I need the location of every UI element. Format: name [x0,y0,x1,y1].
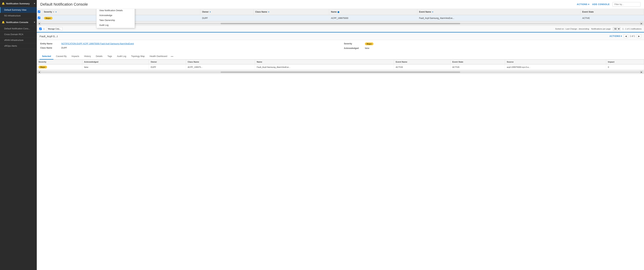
scroll-thumb[interactable] [220,23,460,24]
page-indicator: 1 of 1 [630,35,635,37]
sidebar-nc-label: Notification Console [6,21,28,24]
detail-fields: Entity Name NOTIFICATION-DUPF ACPF 19997… [37,40,644,54]
detail-right-fields: Severity Major Acknowledged false [340,40,644,54]
filter-icon-severity[interactable]: ▼ [55,11,57,13]
sub-cell-eventname: ACTIVE [394,64,450,70]
sidebar-item-cross-domain[interactable]: Cross Domain RCA [0,32,37,37]
sub-scroll-thumb[interactable] [220,71,460,73]
row-checkbox-cell[interactable] [37,15,42,21]
sidebar-section-notification-summary[interactable]: 🔔 Notification Summary ▾ [0,0,37,7]
sub-table-row[interactable]: Major false DUPF ACPF_199975... Fault_Ac… [37,64,644,70]
tab-topology-map[interactable]: Topology Map [129,54,147,60]
sub-cell-acknowledged: false [82,64,149,70]
severity-label: Severity [344,42,365,45]
sub-cell-severity: Major [37,64,82,70]
tab-tags[interactable]: Tags [105,54,114,60]
sidebar-item-default-summary[interactable]: Default Summary View [0,7,37,13]
add-console-button[interactable]: ADD CONSOLE [592,3,610,5]
filter-icon-name[interactable]: ⬤ [338,11,339,13]
actions-button[interactable]: ACTIONS ▾ [577,3,589,5]
tab-audit-log[interactable]: Audit Log [114,54,129,60]
tab-selected[interactable]: Selected [40,54,54,60]
tab-health-dashboard[interactable]: Health Dashboard [147,54,170,60]
cell-eventstate: ACTIVE [580,15,644,21]
sub-th-eventname[interactable]: Event Name [394,60,450,64]
select-all-checkbox[interactable] [38,10,40,13]
detail-actions: ACTIONS ▾ ◀ 1 of 1 ▶ [610,34,641,38]
tab-history[interactable]: History [82,54,93,60]
acknowledged-label: Acknowledged [344,47,365,49]
sub-cell-owner: DUPF [149,64,186,70]
th-eventstate[interactable]: Event State [580,9,644,15]
table-area: Severity ▼ ▼ Acknowledged ▼ [37,9,644,270]
scroll-left-arrow[interactable]: ◀ [38,22,41,25]
entity-name-field: Entity Name NOTIFICATION-DUPF ACPF 19997… [40,42,337,45]
scroll-right-arrow[interactable]: ▶ [640,22,643,25]
footer-checkbox[interactable] [39,28,42,30]
th-classname[interactable]: Class Name ▼ [253,9,329,15]
entity-name-label: Entity Name [40,42,61,45]
sub-th-acknowledged[interactable]: Acknowledged [82,60,149,64]
sub-th-owner[interactable]: Owner [149,60,186,64]
sub-table: Severity Acknowledged Owner Class Name N… [37,60,644,70]
chevron-down-icon-actions: ▾ [588,3,589,5]
sub-cell-eventstate: ACTIVE [450,64,505,70]
menu-item-take-ownership[interactable]: Take Ownership [96,18,135,23]
sub-th-source[interactable]: Source [505,60,606,64]
page-title: Default Notification Console [40,2,577,7]
sub-cell-name: Fault_Acpf-Samsung_AlarmVesEve... [255,64,394,70]
sub-th-classname[interactable]: Class Name [186,60,255,64]
select-all-cell[interactable] [37,9,42,15]
sort-icon: ▼ [53,11,54,13]
sidebar-section-notification-console[interactable]: 🔔 Notification Console ▾ [0,19,37,26]
manage-columns-button[interactable]: Manage Colu... [46,27,62,31]
sub-cell-impact: 0 [606,64,644,70]
acknowledged-value: false [365,47,369,49]
detail-actions-button[interactable]: ACTIONS ▾ [610,35,622,37]
filter-icon-owner[interactable]: ▼ [210,11,211,13]
sidebar-item-vran[interactable]: vRAN Infrastructure [0,37,37,43]
th-eventname[interactable]: Event Name ▼ [417,9,580,15]
row-checkbox[interactable] [38,17,40,19]
chevron-down-icon-detail: ▾ [621,35,622,37]
filter-icon-class[interactable]: ▼ [268,11,270,13]
sub-scroll-track[interactable] [41,71,640,73]
sub-th-eventstate[interactable]: Event State [450,60,505,64]
tab-impacts[interactable]: Impacts [69,54,82,60]
sub-th-severity[interactable]: Severity [37,60,82,64]
tab-caused-by[interactable]: Caused By [54,54,69,60]
sub-cell-source: acpf-199975000-sys-0-a... [505,64,606,70]
menu-item-view-details[interactable]: View Notification Details [96,9,135,13]
sub-scroll-right-arrow[interactable]: ▶ [640,71,643,73]
th-name[interactable]: Name ⬤ [329,9,417,15]
other-actions-section: Other Actions View Notification Details … [96,9,135,28]
top-header: Default Notification Console ACTIONS ▾ A… [37,0,644,9]
sidebar-item-default-nc[interactable]: Default Notification Cons... [0,26,37,32]
sidebar-item-5g-infra[interactable]: 5G Infrastructure [0,13,37,19]
sub-th-impact[interactable]: Impact [606,60,644,64]
nav-prev-button[interactable]: ◀ [624,34,628,38]
tab-details[interactable]: Details [93,54,105,60]
sub-scroll-left-arrow[interactable]: ◀ [38,71,41,73]
sub-th-name[interactable]: Name [255,60,394,64]
nav-next-button[interactable]: ▶ [637,34,641,38]
sub-horizontal-scrollbar[interactable]: ◀ ▶ [37,70,644,74]
filter-input[interactable] [612,2,640,7]
pagination-info: 1 - 1 of 1 notifications [622,28,642,30]
class-name-label: Class Name [40,47,61,49]
th-owner[interactable]: Owner ▼ [200,9,254,15]
filter-icon-eventname[interactable]: ▼ [432,11,434,13]
menu-item-acknowledge[interactable]: Acknowledge [96,13,135,18]
tab-more-button[interactable]: ••• [170,54,174,59]
sidebar-ns-label: Notification Summary [6,2,30,5]
main-content: Default Notification Console ACTIONS ▾ A… [37,0,644,270]
entity-name-value[interactable]: NOTIFICATION-DUPF ACPF 199975000 Fault A… [61,42,134,45]
sub-cell-classname: ACPF_199975... [186,64,255,70]
per-page-select[interactable]: 50 [613,27,620,31]
cell-eventname: Fault_Acpf-Samsung_AlarmVesEve... [417,15,580,21]
sub-table-header-row: Severity Acknowledged Owner Class Name N… [37,60,644,64]
sidebar-item-vrops[interactable]: vROps Alerts [0,43,37,49]
menu-item-audit-log[interactable]: Audit Log [96,23,135,28]
detail-header: Fault_Acpf-S...t ACTIONS ▾ ◀ 1 of 1 ▶ [37,32,644,40]
class-name-field: Class Name DUPF [40,47,337,49]
